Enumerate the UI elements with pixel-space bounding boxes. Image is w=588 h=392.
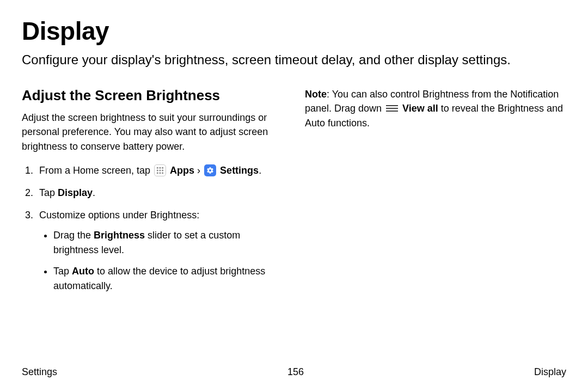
step-item: Tap Display. xyxy=(36,186,283,200)
svg-point-4 xyxy=(160,169,161,171)
list-item: Drag the Brightness slider to set a cust… xyxy=(53,228,283,258)
step-item: Customize options under Brightness: Drag… xyxy=(36,208,283,293)
svg-point-8 xyxy=(162,172,163,174)
list-item: Tap Auto to allow the device to adjust b… xyxy=(53,264,283,293)
step-display-label: Display xyxy=(58,187,93,198)
steps-list: From a Home screen, tap Apps › Settings. xyxy=(22,163,283,293)
bullet-bold: Auto xyxy=(72,266,94,277)
step-settings-label: Settings xyxy=(220,165,259,176)
section-heading: Adjust the Screen Brightness xyxy=(22,87,283,104)
content-columns: Adjust the Screen Brightness Adjust the … xyxy=(22,87,566,301)
menu-icon xyxy=(386,103,398,113)
svg-point-5 xyxy=(162,169,163,171)
note-viewall: View all xyxy=(402,103,438,114)
svg-point-0 xyxy=(157,167,158,169)
bullet-text: Tap xyxy=(53,266,72,277)
left-column: Adjust the Screen Brightness Adjust the … xyxy=(22,87,283,301)
note-text: Note: You can also control Brightness fr… xyxy=(305,87,566,130)
step-text: Customize options under Brightness: xyxy=(39,210,199,220)
step-end: . xyxy=(93,187,95,198)
section-desc: Adjust the screen brightness to suit you… xyxy=(22,111,283,153)
page: Display Configure your display's brightn… xyxy=(0,0,588,392)
svg-point-7 xyxy=(160,172,161,174)
page-title: Display xyxy=(22,16,566,46)
footer-right: Display xyxy=(534,366,566,378)
settings-icon xyxy=(204,164,216,176)
step-apps-label: Apps xyxy=(170,165,194,176)
bullet-list: Drag the Brightness slider to set a cust… xyxy=(39,228,283,293)
step-item: From a Home screen, tap Apps › Settings. xyxy=(36,163,283,178)
svg-point-2 xyxy=(162,167,163,169)
note-label: Note xyxy=(305,89,327,100)
footer-left: Settings xyxy=(22,366,57,378)
step-sep: › xyxy=(194,165,203,176)
step-text: Tap xyxy=(39,187,58,198)
step-end: . xyxy=(259,165,261,176)
bullet-bold: Brightness xyxy=(94,230,145,241)
page-footer: Settings 156 Display xyxy=(22,366,566,378)
footer-page-number: 156 xyxy=(287,366,304,378)
svg-point-6 xyxy=(157,172,158,174)
intro-text: Configure your display's brightness, scr… xyxy=(22,51,566,69)
step-text: From a Home screen, tap xyxy=(39,165,153,176)
right-column: Note: You can also control Brightness fr… xyxy=(305,87,566,301)
svg-point-3 xyxy=(157,169,158,171)
svg-point-1 xyxy=(160,167,161,169)
apps-icon xyxy=(154,164,166,176)
bullet-text: Drag the xyxy=(53,230,94,241)
